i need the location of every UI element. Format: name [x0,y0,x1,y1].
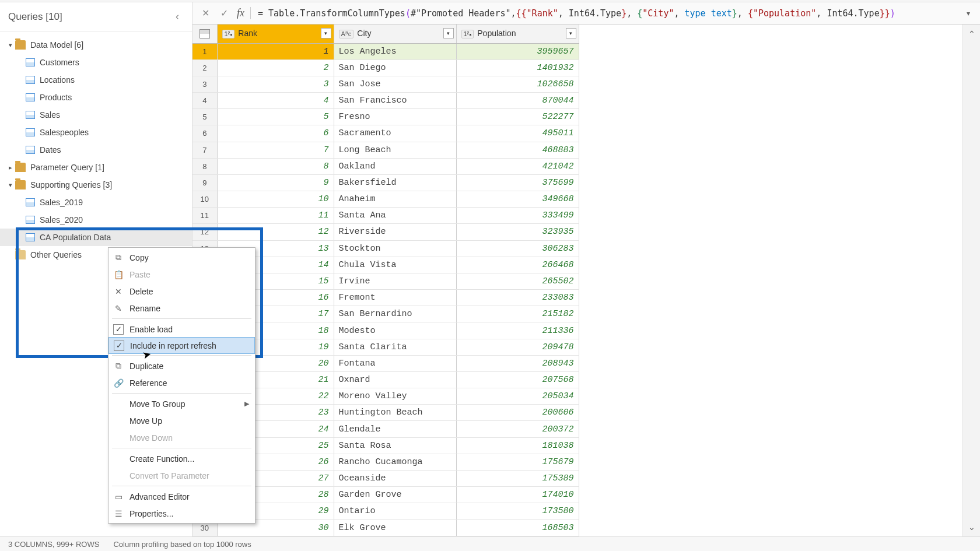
cell-city[interactable]: Rancho Cucamonga [334,454,456,470]
cell-population[interactable]: 215182 [456,306,579,322]
row-number[interactable]: 8 [192,158,217,174]
cell-population[interactable]: 421042 [456,158,579,174]
row-number[interactable]: 1 [192,43,217,59]
cell-city[interactable]: Oakland [334,158,456,174]
query-dates[interactable]: Dates [0,141,192,159]
cell-city[interactable]: Elk Grove [334,520,456,536]
cell-population[interactable]: 265502 [456,273,579,289]
cell-city[interactable]: Stockton [334,240,456,257]
cell-population[interactable]: 200606 [456,405,579,421]
cell-population[interactable]: 211336 [456,322,579,339]
query-salespeoples[interactable]: Salespeoples [0,124,192,141]
formula-expand-icon[interactable]: ▾ [960,9,977,17]
cell-rank[interactable]: 10 [217,191,334,208]
cell-city[interactable]: Huntington Beach [334,405,456,421]
cell-city[interactable]: Santa Rosa [334,437,456,454]
row-number[interactable]: 7 [192,142,217,158]
cell-city[interactable]: Ontario [334,503,456,520]
cell-city[interactable]: San Jose [334,76,456,92]
folder-data-model[interactable]: ▾ Data Model [6] [0,36,192,54]
cell-population[interactable]: 266468 [456,257,579,273]
cell-city[interactable]: Los Angeles [334,43,456,59]
menu-enable-load[interactable]: ✓Enable load [108,321,255,338]
column-filter-icon[interactable]: ▾ [443,28,454,38]
row-number[interactable]: 12 [192,224,217,240]
row-number[interactable]: 6 [192,125,217,142]
menu-copy[interactable]: ⧉Copy [108,249,255,266]
query-locations[interactable]: Locations [0,71,192,89]
column-header-city[interactable]: AᴮcCity ▾ [334,24,456,43]
menu-advanced-editor[interactable]: ▭Advanced Editor [108,488,255,505]
cell-rank[interactable]: 2 [217,59,334,76]
cell-rank[interactable]: 5 [217,109,334,125]
cell-population[interactable]: 306283 [456,240,579,257]
cell-population[interactable]: 870044 [456,93,579,109]
menu-properties[interactable]: ☰Properties... [108,505,255,522]
table-row[interactable]: 88Oakland421042 [192,158,579,174]
cell-population[interactable]: 181038 [456,437,579,454]
cell-population[interactable]: 205034 [456,388,579,405]
cell-rank[interactable]: 3 [217,76,334,92]
fx-icon[interactable]: fx [233,7,251,19]
formula-input[interactable]: = Table.TransformColumnTypes(#"Promoted … [252,8,960,19]
cell-city[interactable]: Fremont [334,290,456,306]
column-header-population[interactable]: 1²₃Population ▾ [456,24,579,43]
cell-rank[interactable]: 9 [217,174,334,191]
cell-population[interactable]: 323935 [456,224,579,240]
cell-city[interactable]: San Francisco [334,93,456,109]
cell-population[interactable]: 333499 [456,208,579,224]
row-number[interactable]: 9 [192,174,217,191]
commit-formula-icon[interactable]: ✓ [215,5,233,22]
cell-population[interactable]: 3959657 [456,43,579,59]
cell-rank[interactable]: 8 [217,158,334,174]
cell-population[interactable]: 495011 [456,125,579,142]
cell-rank[interactable]: 7 [217,142,334,158]
menu-reference[interactable]: 🔗Reference [108,374,255,391]
cell-population[interactable]: 522277 [456,109,579,125]
cell-population[interactable]: 208943 [456,355,579,371]
query-products[interactable]: Products [0,89,192,106]
table-row[interactable]: 11Los Angeles3959657 [192,43,579,59]
cell-population[interactable]: 375699 [456,174,579,191]
cell-city[interactable]: Riverside [334,224,456,240]
menu-include-in-report-refresh[interactable]: ✓Include in report refresh [108,337,255,354]
cell-rank[interactable]: 6 [217,125,334,142]
cell-city[interactable]: Santa Clarita [334,339,456,355]
cell-city[interactable]: Sacramento [334,125,456,142]
cancel-formula-icon[interactable]: ✕ [196,5,215,22]
cell-population[interactable]: 168503 [456,520,579,536]
row-number[interactable]: 2 [192,59,217,76]
cell-city[interactable]: Oxnard [334,371,456,388]
cell-population[interactable]: 207568 [456,371,579,388]
cell-city[interactable]: San Diego [334,59,456,76]
table-row[interactable]: 33San Jose1026658 [192,76,579,92]
vertical-scrollbar[interactable]: ⌃ ⌄ [963,24,980,536]
collapse-panel-icon[interactable]: ‹ [171,8,184,25]
cell-city[interactable]: Garden Grove [334,487,456,503]
menu-create-function[interactable]: Create Function... [108,450,255,467]
query-customers[interactable]: Customers [0,54,192,71]
table-row[interactable]: 1010Anaheim349668 [192,191,579,208]
cell-population[interactable]: 1401932 [456,59,579,76]
cell-rank[interactable]: 11 [217,208,334,224]
cell-city[interactable]: Irvine [334,273,456,289]
menu-move-up[interactable]: Move Up [108,412,255,429]
table-row[interactable]: 1111Santa Ana333499 [192,208,579,224]
table-row[interactable]: 22San Diego1401932 [192,59,579,76]
cell-population[interactable]: 175679 [456,454,579,470]
row-number[interactable]: 5 [192,109,217,125]
menu-rename[interactable]: ✎Rename [108,300,255,317]
query-sales-2019[interactable]: Sales_2019 [0,194,192,211]
row-number[interactable]: 4 [192,93,217,109]
cell-city[interactable]: Oceanside [334,470,456,486]
query-sales-2020[interactable]: Sales_2020 [0,211,192,229]
cell-city[interactable]: Modesto [334,322,456,339]
table-row[interactable]: 55Fresno522277 [192,109,579,125]
column-header-rank[interactable]: 1²₃Rank ▾ [217,24,334,43]
menu-move-to-group[interactable]: Move To Group▶ [108,395,255,412]
cell-population[interactable]: 468883 [456,142,579,158]
query-ca-population-data[interactable]: CA Population Data [0,229,192,246]
column-filter-icon[interactable]: ▾ [321,28,331,38]
cell-city[interactable]: Chula Vista [334,257,456,273]
cell-city[interactable]: Glendale [334,421,456,437]
